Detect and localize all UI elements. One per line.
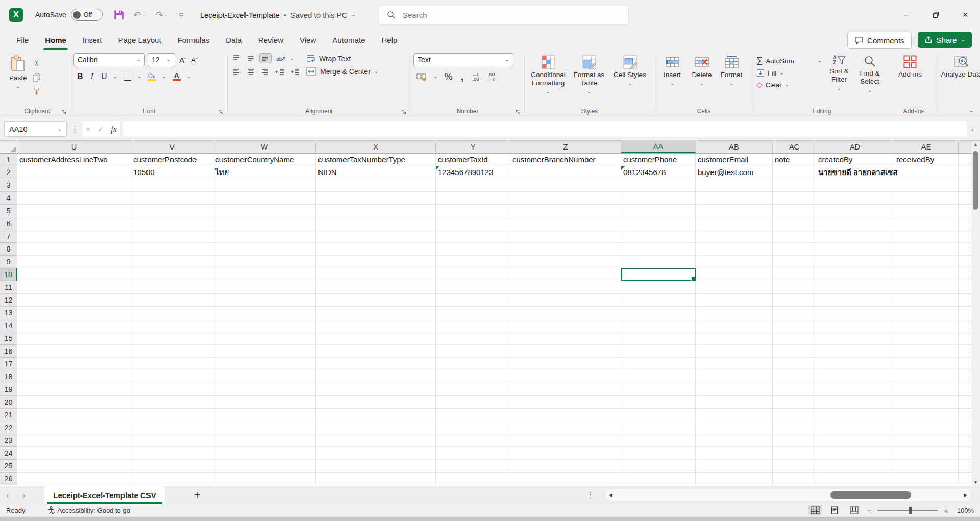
- row-header-22[interactable]: 22: [0, 421, 17, 434]
- clear-button[interactable]: ◇ Clear ⌄: [756, 80, 822, 89]
- cell-U6[interactable]: [17, 217, 131, 230]
- cell-AA9[interactable]: [621, 256, 696, 268]
- cell-partial-20[interactable]: [959, 396, 971, 409]
- cell-Y6[interactable]: [436, 217, 510, 230]
- align-center-button[interactable]: [245, 67, 256, 77]
- column-header-W[interactable]: W: [213, 141, 316, 153]
- cell-partial-14[interactable]: [959, 319, 971, 332]
- cell-W3[interactable]: [213, 179, 316, 192]
- cell-AD18[interactable]: [816, 370, 894, 383]
- cell-Y16[interactable]: [436, 345, 510, 358]
- cell-partial-5[interactable]: [959, 205, 971, 217]
- chevron-down-icon[interactable]: ⌄: [164, 12, 168, 17]
- cell-U20[interactable]: [17, 396, 131, 409]
- cell-Y24[interactable]: [436, 447, 510, 460]
- close-button[interactable]: ×: [950, 0, 980, 30]
- document-title[interactable]: Leceipt-Excel-Template • Saved to this P…: [200, 11, 356, 19]
- addins-button[interactable]: Add-ins: [893, 53, 927, 79]
- font-family-select[interactable]: Calibri ⌄: [74, 53, 145, 66]
- number-format-select[interactable]: Text ⌄: [413, 53, 513, 66]
- cell-W4[interactable]: [213, 192, 316, 205]
- cell-partial-17[interactable]: [959, 358, 971, 370]
- row-header-5[interactable]: 5: [0, 205, 17, 217]
- cell-Z8[interactable]: [510, 243, 621, 256]
- cell-Z23[interactable]: [510, 434, 621, 447]
- cell-AB13[interactable]: [696, 307, 773, 319]
- cell-AC3[interactable]: [773, 179, 816, 192]
- cell-AE8[interactable]: [894, 243, 959, 256]
- autosave-control[interactable]: AutoSave Off: [35, 9, 103, 21]
- cell-AC20[interactable]: [773, 396, 816, 409]
- cell-AD4[interactable]: [816, 192, 894, 205]
- cell-styles-button[interactable]: Cell Styles ⌄: [609, 53, 650, 94]
- cell-X24[interactable]: [316, 447, 436, 460]
- row-header-25[interactable]: 25: [0, 460, 17, 473]
- cell-U17[interactable]: [17, 358, 131, 370]
- cell-X7[interactable]: [316, 230, 436, 243]
- fill-button[interactable]: Fill ⌄: [756, 69, 822, 77]
- cell-Z4[interactable]: [510, 192, 621, 205]
- cell-AB2[interactable]: buyer@test.com: [696, 166, 773, 179]
- scroll-down-arrow-icon[interactable]: ▼: [971, 480, 980, 485]
- row-header-6[interactable]: 6: [0, 217, 17, 230]
- cell-X11[interactable]: [316, 281, 436, 294]
- scroll-up-arrow-icon[interactable]: ▲: [971, 142, 980, 147]
- cell-V26[interactable]: [131, 473, 213, 485]
- cell-AD25[interactable]: [816, 460, 894, 473]
- cell-Y23[interactable]: [436, 434, 510, 447]
- cell-W1[interactable]: customerCountryName: [213, 154, 316, 166]
- chevron-down-icon[interactable]: ⌄: [779, 70, 783, 76]
- cell-V4[interactable]: [131, 192, 213, 205]
- align-right-button[interactable]: [259, 67, 271, 77]
- cell-AD15[interactable]: [816, 332, 894, 345]
- autosum-button[interactable]: ∑ AutoSum ⌄: [756, 56, 822, 66]
- cell-AB5[interactable]: [696, 205, 773, 217]
- column-header-AC[interactable]: AC: [773, 141, 816, 153]
- cell-Y26[interactable]: [436, 473, 510, 485]
- cell-partial-1[interactable]: [959, 154, 971, 166]
- autosave-toggle[interactable]: Off: [71, 9, 103, 21]
- cell-U25[interactable]: [17, 460, 131, 473]
- cell-AB1[interactable]: customerEmail: [696, 154, 773, 166]
- cell-X10[interactable]: [316, 268, 436, 281]
- cell-U24[interactable]: [17, 447, 131, 460]
- cell-AE1[interactable]: receivedBy: [894, 154, 959, 166]
- cell-AB17[interactable]: [696, 358, 773, 370]
- cell-Y8[interactable]: [436, 243, 510, 256]
- cell-AA25[interactable]: [621, 460, 696, 473]
- conditional-formatting-button[interactable]: Conditional Formatting ⌄: [528, 53, 569, 94]
- chevron-down-icon[interactable]: ⌄: [818, 58, 822, 63]
- row-header-10[interactable]: 10: [0, 268, 17, 281]
- cell-AE6[interactable]: [894, 217, 959, 230]
- cell-W24[interactable]: [213, 447, 316, 460]
- cell-partial-13[interactable]: [959, 307, 971, 319]
- cell-AB18[interactable]: [696, 370, 773, 383]
- cell-AE15[interactable]: [894, 332, 959, 345]
- cell-AE21[interactable]: [894, 409, 959, 421]
- cell-Y2[interactable]: 1234567890123: [436, 166, 510, 179]
- decrease-font-size-button[interactable]: Aˇ: [190, 55, 199, 65]
- cell-V7[interactable]: [131, 230, 213, 243]
- increase-font-size-button[interactable]: Aˆ: [178, 55, 187, 65]
- cell-AA23[interactable]: [621, 434, 696, 447]
- cell-AB11[interactable]: [696, 281, 773, 294]
- cell-AB23[interactable]: [696, 434, 773, 447]
- cell-AB12[interactable]: [696, 294, 773, 307]
- cell-Z1[interactable]: customerBranchNumber: [510, 154, 621, 166]
- cell-Z12[interactable]: [510, 294, 621, 307]
- cell-Z24[interactable]: [510, 447, 621, 460]
- delete-cells-button[interactable]: Delete ⌄: [687, 53, 717, 86]
- fill-handle[interactable]: [691, 277, 696, 281]
- cell-Y11[interactable]: [436, 281, 510, 294]
- tab-review[interactable]: Review: [250, 30, 291, 50]
- cut-button[interactable]: ✂: [31, 58, 42, 68]
- cell-V21[interactable]: [131, 409, 213, 421]
- select-all-button[interactable]: [0, 141, 17, 153]
- cell-AE17[interactable]: [894, 358, 959, 370]
- vertical-scroll-thumb[interactable]: [973, 151, 978, 210]
- customize-quick-access-button[interactable]: [178, 12, 185, 18]
- cell-partial-10[interactable]: [959, 268, 971, 281]
- scroll-left-arrow-icon[interactable]: ◀: [609, 492, 612, 498]
- cell-AD3[interactable]: [816, 179, 894, 192]
- cell-X25[interactable]: [316, 460, 436, 473]
